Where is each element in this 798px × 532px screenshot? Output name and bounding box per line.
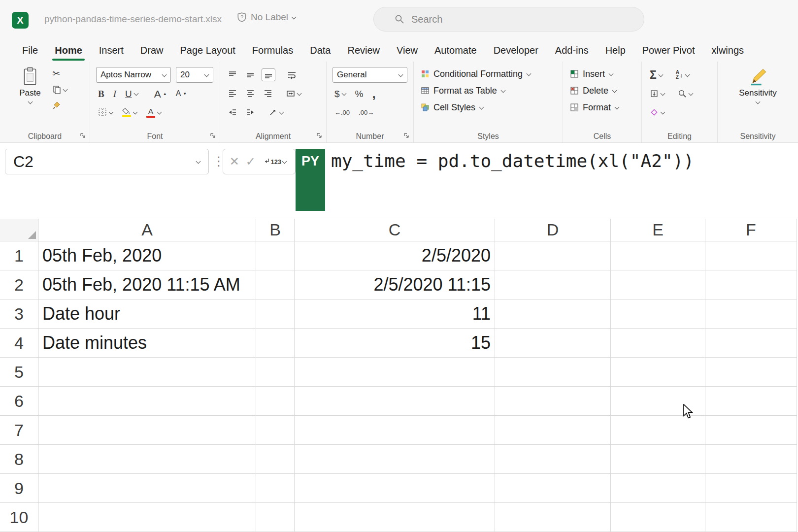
cell-F6[interactable] [705,387,797,416]
decrease-decimal-button[interactable]: .00→ [357,107,376,118]
cell-A8[interactable] [38,445,256,474]
tab-formulas[interactable]: Formulas [244,39,301,62]
font-color-button[interactable]: A [144,106,164,119]
cell-C5[interactable] [295,358,495,387]
cell-C2[interactable]: 2/5/2020 11:15 [295,270,495,299]
number-format-combo[interactable]: General [332,67,407,83]
clear-button[interactable] [648,106,667,118]
borders-button[interactable] [96,106,115,118]
column-header-C[interactable]: C [295,219,495,241]
cell-A3[interactable]: Date hour [38,299,256,329]
cell-F1[interactable] [705,241,797,270]
cell-F4[interactable] [705,329,797,358]
cell-F2[interactable] [705,270,797,299]
cell-E8[interactable] [611,445,705,474]
cell-D3[interactable] [495,299,611,329]
cell-B1[interactable] [256,241,295,270]
cell-F5[interactable] [705,358,797,387]
cell-D6[interactable] [495,387,611,416]
cell-E5[interactable] [611,358,705,387]
column-header-E[interactable]: E [611,219,705,241]
column-header-D[interactable]: D [495,219,611,241]
cell-D4[interactable] [495,329,611,358]
tab-automate[interactable]: Automate [426,39,485,62]
cell-B4[interactable] [256,329,295,358]
cancel-icon[interactable]: ✕ [230,156,239,167]
python-output-type-button[interactable]: 123 [262,157,289,167]
tab-review[interactable]: Review [339,39,388,62]
align-right-button[interactable] [262,88,274,100]
row-header-2[interactable]: 2 [0,270,38,299]
tab-xlwings[interactable]: xlwings [703,39,752,62]
row-header-10[interactable]: 10 [0,503,38,532]
merge-center-button[interactable] [284,88,303,100]
tab-insert[interactable]: Insert [91,39,132,62]
cell-C4[interactable]: 15 [295,329,495,358]
paste-button[interactable]: Paste [13,66,47,104]
fill-color-button[interactable] [120,106,139,119]
wrap-text-button[interactable] [285,69,299,81]
cell-D1[interactable] [495,241,611,270]
column-header-F[interactable]: F [705,219,797,241]
format-as-table-button[interactable]: Format as Table [414,82,563,99]
cell-D7[interactable] [495,416,611,445]
align-left-button[interactable] [226,88,239,100]
delete-cells-button[interactable]: Delete [563,82,641,99]
select-all-corner[interactable] [0,219,38,241]
percent-style-button[interactable]: % [353,88,366,100]
formula-input[interactable]: my_time = pd.to_datetime(xl("A2")) [331,151,694,171]
cut-button[interactable]: ✂ [50,67,69,80]
tab-developer[interactable]: Developer [485,39,547,62]
cell-D10[interactable] [495,503,611,532]
increase-decimal-button[interactable]: ←.00 [332,107,352,118]
cell-C7[interactable] [295,416,495,445]
cell-A7[interactable] [38,416,256,445]
cell-F7[interactable] [705,416,797,445]
row-header-9[interactable]: 9 [0,474,38,503]
decrease-indent-button[interactable] [226,106,239,118]
cell-C6[interactable] [295,387,495,416]
fill-button[interactable] [648,88,667,100]
cell-E10[interactable] [611,503,705,532]
cell-B8[interactable] [256,445,295,474]
cell-A2[interactable]: 05th Feb, 2020 11:15 AM [38,270,256,299]
cell-F3[interactable] [705,299,797,329]
cell-F10[interactable] [705,503,797,532]
cell-E1[interactable] [611,241,705,270]
conditional-formatting-button[interactable]: Conditional Formatting [414,66,563,82]
cell-D9[interactable] [495,474,611,503]
comma-style-button[interactable]: , [370,86,377,101]
align-center-button[interactable] [244,88,257,100]
cell-C1[interactable]: 2/5/2020 [295,241,495,270]
row-header-7[interactable]: 7 [0,416,38,445]
italic-button[interactable]: I [111,88,118,100]
tab-draw[interactable]: Draw [132,39,172,62]
alignment-dialog-launcher[interactable] [316,133,323,139]
cell-E4[interactable] [611,329,705,358]
cell-E9[interactable] [611,474,705,503]
format-painter-button[interactable] [50,100,69,111]
cell-F8[interactable] [705,445,797,474]
cell-B2[interactable] [256,270,295,299]
cell-A9[interactable] [38,474,256,503]
underline-button[interactable]: U [123,88,140,100]
row-header-4[interactable]: 4 [0,329,38,358]
align-top-button[interactable] [226,69,239,81]
cell-A5[interactable] [38,358,256,387]
font-name-combo[interactable]: Aptos Narrow [96,67,171,83]
sensitivity-button[interactable]: Sensitivity [718,67,798,104]
cell-E3[interactable] [611,299,705,329]
sensitivity-label-button[interactable]: ? No Label [236,12,296,23]
cell-B7[interactable] [256,416,295,445]
tab-file[interactable]: File [14,39,46,62]
format-cells-button[interactable]: Format [563,99,641,116]
cell-B10[interactable] [256,503,295,532]
name-box[interactable]: C2 [5,149,209,174]
cell-A1[interactable]: 05th Feb, 2020 [38,241,256,270]
tab-home[interactable]: Home [46,39,91,62]
cell-C3[interactable]: 11 [295,299,495,329]
tab-page-layout[interactable]: Page Layout [172,39,244,62]
row-header-6[interactable]: 6 [0,387,38,416]
cell-styles-button[interactable]: Cell Styles [414,99,563,116]
column-header-A[interactable]: A [38,219,256,241]
